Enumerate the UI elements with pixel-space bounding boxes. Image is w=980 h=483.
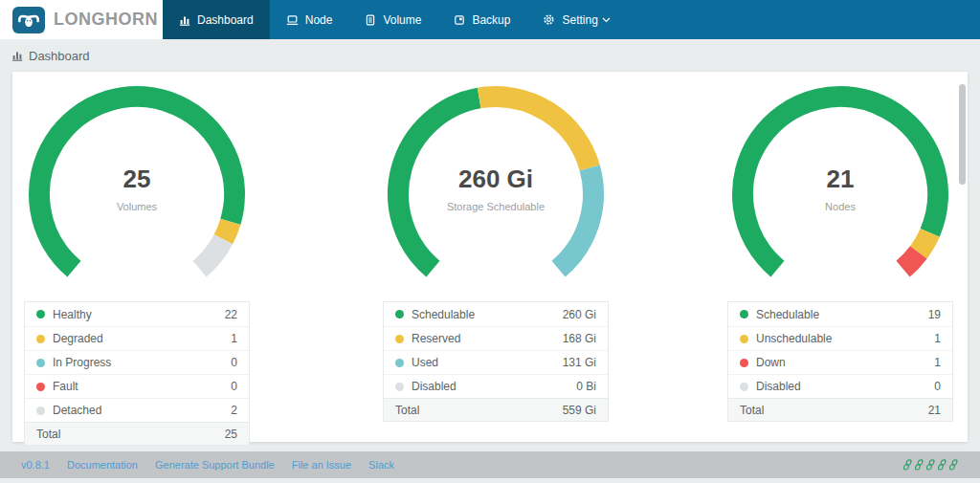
legend-label: Total	[740, 404, 928, 417]
legend-value: 0 Bi	[576, 380, 596, 393]
volumes-count: 25	[27, 165, 247, 194]
legend-row: Schedulable260 Gi	[384, 302, 608, 326]
legend-value: 1	[231, 332, 237, 345]
legend-label: Disabled	[412, 380, 576, 393]
legend-row: Detached2	[25, 398, 249, 422]
nav-item-label: Volume	[383, 13, 421, 27]
storage-gauge: 260 Gi Storage Schedulable	[386, 84, 606, 304]
link-icon	[949, 459, 959, 471]
legend-label: Fault	[53, 380, 231, 393]
legend-total-row: Total21	[728, 398, 952, 421]
legend-row: Disabled0 Bi	[384, 374, 608, 398]
legend-row: Healthy22	[25, 302, 249, 326]
legend-dot	[36, 335, 45, 343]
legend-dot	[740, 335, 748, 343]
legend-row: Degraded1	[25, 326, 249, 350]
legend-dot	[395, 383, 404, 391]
slack-link[interactable]: Slack	[368, 459, 394, 471]
gauge-segment-detached	[200, 239, 224, 269]
nav-item-node[interactable]: Node	[270, 0, 349, 39]
legend-total-row: Total559 Gi	[384, 398, 608, 421]
volumes-legend-table: Healthy22Degraded1In Progress0Fault0Deta…	[24, 301, 250, 446]
gauge-segment-reserved	[479, 97, 590, 168]
legend-row: Unschedulable1	[728, 326, 952, 350]
nav-item-dashboard[interactable]: Dashboard	[163, 0, 270, 39]
gauge-segment-down	[903, 252, 919, 269]
storage-legend-table: Schedulable260 GiReserved168 GiUsed131 G…	[383, 301, 609, 422]
legend-value: 21	[928, 404, 941, 417]
legend-dot	[395, 310, 404, 318]
bar-chart-icon	[179, 14, 190, 26]
storage-chart-column: 260 Gi Storage Schedulable Schedulable26…	[383, 84, 609, 304]
legend-value: 131 Gi	[563, 356, 596, 369]
legend-dot	[36, 406, 45, 415]
brand-logo[interactable]: LONGHORN	[0, 0, 163, 39]
page-title: Dashboard	[29, 49, 90, 63]
nav-menu: Dashboard Node Volume Backup Setting	[163, 0, 627, 39]
volumes-caption: Volumes	[27, 201, 247, 212]
legend-dot	[36, 383, 45, 391]
generate-support-bundle-link[interactable]: Generate Support Bundle	[155, 459, 275, 471]
nodes-caption: Nodes	[730, 201, 950, 212]
legend-value: 0	[934, 380, 941, 393]
nav-item-setting[interactable]: Setting	[526, 0, 626, 39]
legend-dot	[395, 359, 404, 367]
legend-value: 0	[231, 380, 237, 393]
brand-name: LONGHORN	[54, 10, 158, 30]
volume-list-icon	[365, 14, 376, 26]
chevron-down-icon	[602, 17, 611, 23]
nav-item-backup[interactable]: Backup	[437, 0, 526, 39]
nav-item-label: Dashboard	[197, 13, 254, 27]
longhorn-logo-icon	[12, 7, 45, 33]
nav-item-label: Backup	[472, 13, 510, 27]
breadcrumb: Dashboard	[0, 39, 980, 72]
websocket-status-icons	[903, 459, 959, 471]
legend-dot	[740, 359, 748, 367]
legend-row: Reserved168 Gi	[384, 326, 608, 350]
legend-dot	[740, 310, 748, 318]
version-label: v0.8.1	[21, 459, 50, 471]
legend-label: Reserved	[412, 332, 563, 345]
legend-label: Disabled	[756, 380, 934, 393]
legend-value: 1	[934, 332, 941, 345]
legend-label: Detached	[53, 404, 231, 417]
gauge-center: 260 Gi Storage Schedulable	[386, 165, 606, 212]
volumes-gauge: 25 Volumes	[27, 84, 247, 304]
storage-amount: 260 Gi	[386, 165, 606, 194]
nodes-count: 21	[730, 165, 950, 194]
nodes-chart-column: 21 Nodes Schedulable19Unschedulable1Down…	[727, 84, 953, 304]
legend-label: Down	[756, 356, 934, 369]
legend-label: Total	[395, 404, 563, 417]
legend-dot	[740, 383, 748, 391]
legend-dot	[395, 335, 404, 343]
bull-skull-icon	[16, 11, 41, 30]
legend-dot	[36, 310, 45, 318]
nodes-gauge: 21 Nodes	[730, 84, 950, 304]
legend-label: Degraded	[53, 332, 231, 345]
legend-value: 559 Gi	[563, 404, 596, 417]
legend-row: Down1	[728, 350, 952, 374]
documentation-link[interactable]: Documentation	[67, 459, 138, 471]
legend-row: Fault0	[25, 374, 249, 398]
nav-item-volume[interactable]: Volume	[348, 0, 437, 39]
gauge-center: 25 Volumes	[27, 165, 247, 212]
nodes-legend-table: Schedulable19Unschedulable1Down1Disabled…	[727, 301, 953, 422]
gauge-segment-unschedulable	[919, 232, 930, 252]
file-an-issue-link[interactable]: File an Issue	[292, 459, 351, 471]
volumes-chart-column: 25 Volumes Healthy22Degraded1In Progress…	[24, 84, 250, 304]
scrollbar-thumb[interactable]	[959, 84, 966, 185]
legend-label: Unschedulable	[756, 332, 934, 345]
legend-label: Schedulable	[756, 308, 928, 321]
legend-value: 25	[225, 428, 237, 441]
legend-value: 0	[231, 356, 237, 369]
link-icon	[926, 459, 936, 471]
nav-item-label: Node	[305, 13, 333, 27]
dashboard-card: 25 Volumes Healthy22Degraded1In Progress…	[12, 72, 968, 442]
legend-label: Total	[36, 428, 225, 441]
legend-row: In Progress0	[25, 350, 249, 374]
legend-dot	[36, 359, 45, 367]
gauge-center: 21 Nodes	[730, 165, 950, 212]
legend-label: Healthy	[53, 308, 225, 321]
nav-item-label: Setting	[562, 13, 597, 27]
top-navbar: LONGHORN Dashboard Node Volume Backup	[0, 0, 980, 39]
